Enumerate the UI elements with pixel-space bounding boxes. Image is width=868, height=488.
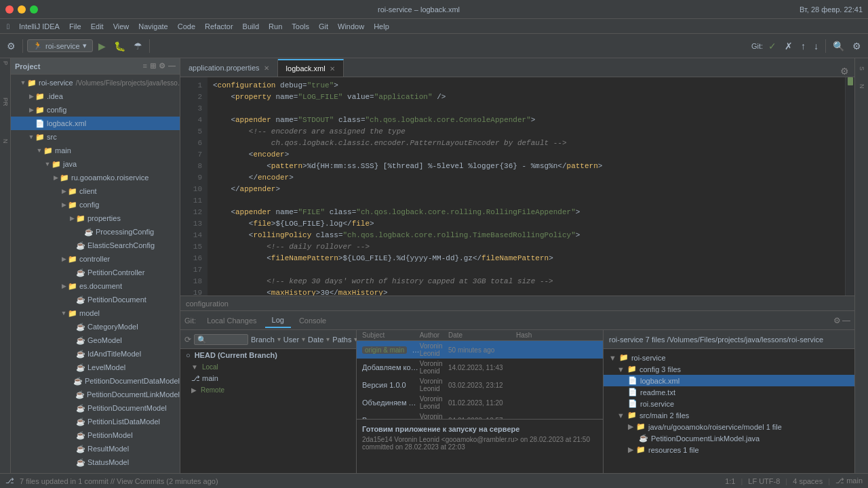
tree-item-roi-service[interactable]: ▼ 📁 roi-service /Volumes/Files/projects/… xyxy=(11,76,180,89)
git-search-input[interactable] xyxy=(194,334,248,345)
chevron-down-icon-local[interactable]: ▼ xyxy=(191,363,198,371)
menu-tools[interactable]: Tools xyxy=(288,21,313,32)
menu-edit[interactable]: Edit xyxy=(87,21,108,32)
tree-item-model[interactable]: ▼ 📁 model xyxy=(11,306,180,320)
fc-petition-link[interactable]: ☕ PetitionDocumentLinkModel.java xyxy=(604,432,854,444)
pull-requests-icon[interactable]: PR xyxy=(2,98,9,106)
tree-item-category-model[interactable]: ☕ CategoryModel xyxy=(11,320,180,333)
git-update[interactable]: ↑ xyxy=(798,39,808,53)
fc-java-model[interactable]: ▶ 📁 java/ru/gooamoko/roiservice/model 1 … xyxy=(604,421,854,432)
fc-logback-xml[interactable]: 📄 logback.xml xyxy=(604,375,854,386)
menu-refactor[interactable]: Refactor xyxy=(201,21,237,32)
tree-item-petition-model[interactable]: ☕ PetitionModel xyxy=(11,428,180,442)
git-panel-collapse[interactable]: — xyxy=(842,316,850,325)
notifications-icon[interactable]: N xyxy=(2,139,9,144)
git-head-item[interactable]: ○ HEAD (Current Branch) xyxy=(180,349,356,361)
git-checkmark[interactable]: ✓ xyxy=(766,39,779,53)
tree-item-level-model[interactable]: ☕ LevelModel xyxy=(11,361,180,374)
toolbar-settings-button[interactable]: ⚙ xyxy=(4,39,18,53)
tree-item-elastic-config[interactable]: ☕ ElasticSearchConfig xyxy=(11,239,180,252)
menu-view[interactable]: View xyxy=(109,21,134,32)
tab-logback-xml[interactable]: logback.xml ✕ xyxy=(278,59,344,77)
tree-item-src[interactable]: ▼ 📁 src xyxy=(11,130,180,144)
tab-console[interactable]: Console xyxy=(292,314,333,327)
fc-roi-service-file[interactable]: 📄 roi.service xyxy=(604,398,854,409)
chevron-down-icon-3: ▾ xyxy=(326,336,330,343)
tree-item-processing-config[interactable]: ☕ ProcessingConfig xyxy=(11,225,180,239)
commit-row-1[interactable]: Добавляем конфигурационные параметры Vor… xyxy=(357,359,603,376)
commit-row-2[interactable]: Версия 1.0.0 Voronin Leonid 03.02.2023, … xyxy=(357,376,603,394)
git-branch-main[interactable]: ⎇ main xyxy=(180,373,356,384)
tree-item-config-sub[interactable]: ▶ 📁 config xyxy=(11,198,180,211)
code-editor[interactable]: <configuration debug="true"> <property n… xyxy=(208,77,845,296)
tree-item-geo-model[interactable]: ☕ GeoModel xyxy=(11,333,180,347)
search-button[interactable]: 🔍 xyxy=(830,39,847,53)
commit-row-0[interactable]: origin & main Готовим приложение к запус… xyxy=(357,341,603,359)
tree-item-logback-xml[interactable]: 📄 logback.xml xyxy=(11,117,180,130)
tree-item-petition-document-model[interactable]: ☕ PetitionDocumentModel xyxy=(11,401,180,415)
chevron-right-icon-remote[interactable]: ▶ xyxy=(191,386,197,394)
tab-application-properties[interactable]: application.properties ✕ xyxy=(180,59,278,77)
tab-close-icon-active[interactable]: ✕ xyxy=(330,65,335,73)
git-fetch-button[interactable]: ⟳ xyxy=(184,335,191,344)
git-x[interactable]: ✗ xyxy=(782,39,795,53)
panel-tool-2[interactable]: ⊞ xyxy=(150,62,156,70)
tree-item-idandtitle-model[interactable]: ☕ IdAndTitleModel xyxy=(11,347,180,361)
tree-item-controller[interactable]: ▶ 📁 controller xyxy=(11,252,180,266)
tree-item-petition-list-data-model[interactable]: ☕ PetitionListDataModel xyxy=(11,415,180,428)
tree-item-petition-document-data-model[interactable]: ☕ PetitionDocumentDataModel xyxy=(11,374,180,388)
fc-config[interactable]: ▼ 📁 config 3 files xyxy=(604,363,854,375)
menu-apple[interactable]:  xyxy=(3,21,14,32)
git-panel-settings[interactable]: ⚙ xyxy=(833,316,841,325)
tab-close-icon[interactable]: ✕ xyxy=(264,64,269,72)
panel-settings[interactable]: ⚙ xyxy=(159,62,165,70)
fc-src-main[interactable]: ▼ 📁 src/main 2 files xyxy=(604,409,854,421)
fc-resources[interactable]: ▶ 📁 resources 1 file xyxy=(604,444,854,455)
menu-window[interactable]: Window xyxy=(334,21,368,32)
menu-help[interactable]: Help xyxy=(370,21,393,32)
menu-file[interactable]: File xyxy=(65,21,85,32)
git-push[interactable]: ↓ xyxy=(811,39,821,53)
main-layout: P PR N Project ≡ ⊞ ⚙ — ▼ 📁 roi-service /… xyxy=(0,58,868,473)
tree-item-petition-document[interactable]: ☕ PetitionDocument xyxy=(11,293,180,306)
tree-item-petition-document-link-model[interactable]: ☕ PetitionDocumentLinkModel xyxy=(11,388,180,401)
tree-item-result-model[interactable]: ☕ ResultModel xyxy=(11,442,180,455)
tree-item-package[interactable]: ▶ 📁 ru.gooamoko.roiservice xyxy=(11,171,180,184)
commit-row-4[interactable]: Возвращаем результат выполнения операции… xyxy=(357,411,603,419)
menu-build[interactable]: Build xyxy=(239,21,263,32)
bookmarks-icon[interactable]: P xyxy=(2,61,9,65)
menu-intellij[interactable]: IntelliJ IDEA xyxy=(15,21,64,32)
minimize-button[interactable] xyxy=(18,5,26,14)
fc-roi-service[interactable]: ▼ 📁 roi-service xyxy=(604,352,854,363)
tree-item-java[interactable]: ▼ 📁 java xyxy=(11,157,180,171)
maximize-button[interactable] xyxy=(30,5,38,14)
status-files-info[interactable]: 7 files updated in 1 commit // View Comm… xyxy=(20,477,218,485)
tab-local-changes[interactable]: Local Changes xyxy=(200,314,263,327)
coverage-button[interactable]: ☂ xyxy=(131,39,145,53)
tree-item-es-document[interactable]: ▶ 📁 es.document xyxy=(11,279,180,293)
commit-row-3[interactable]: Объединяем два сервиса. Voronin Leonid 0… xyxy=(357,394,603,411)
tree-item-idea[interactable]: ▶ 📁 .idea xyxy=(11,89,180,103)
debug-button[interactable]: 🐛 xyxy=(111,39,128,53)
menu-git[interactable]: Git xyxy=(315,21,332,32)
tab-log[interactable]: Log xyxy=(265,313,291,328)
menu-navigate[interactable]: Navigate xyxy=(134,21,172,32)
menu-run[interactable]: Run xyxy=(264,21,286,32)
menu-code[interactable]: Code xyxy=(174,21,199,32)
tree-item-status-model[interactable]: ☕ StatusModel xyxy=(11,455,180,469)
run-config-selector[interactable]: 🏃 roi-service ▾ xyxy=(27,39,93,52)
tree-item-config[interactable]: ▶ 📁 config xyxy=(11,103,180,117)
tree-item-properties[interactable]: ▶ 📁 properties xyxy=(11,211,180,225)
editor-settings-icon[interactable]: ⚙ xyxy=(835,66,854,77)
gear-button[interactable]: ⚙ xyxy=(850,39,864,53)
tree-item-client[interactable]: ▶ 📁 client xyxy=(11,184,180,198)
run-button[interactable]: ▶ xyxy=(96,39,108,53)
close-button[interactable] xyxy=(5,5,14,14)
fc-readme[interactable]: 📄 readme.txt xyxy=(604,386,854,398)
tree-item-petition-controller[interactable]: ☕ PetitionController xyxy=(11,266,180,279)
notifications-right-icon[interactable]: N xyxy=(859,84,865,89)
structure-icon[interactable]: S xyxy=(859,66,865,70)
tree-item-main[interactable]: ▼ 📁 main xyxy=(11,144,180,157)
panel-collapse[interactable]: — xyxy=(168,62,176,70)
panel-tool-1[interactable]: ≡ xyxy=(143,62,147,70)
